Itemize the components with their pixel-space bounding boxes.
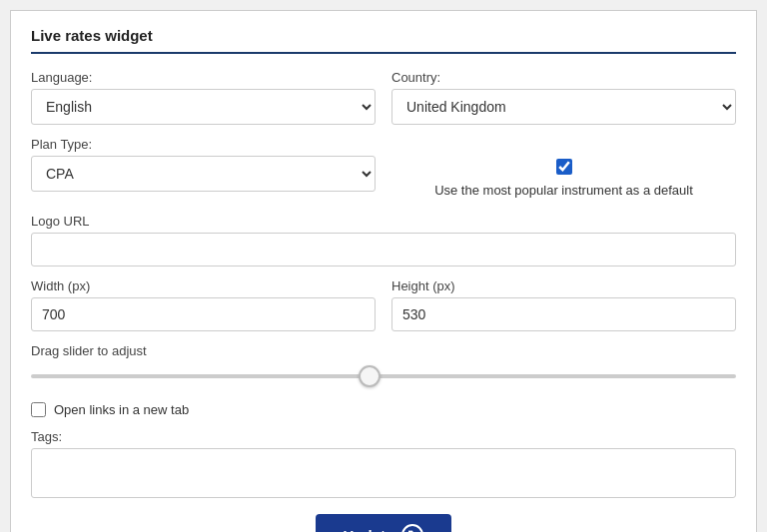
- slider-section: Drag slider to adjust: [31, 343, 736, 386]
- width-label: Width (px): [31, 278, 376, 293]
- country-field-group: Country: United Kingdom United States Ge…: [391, 70, 736, 125]
- widget-title: Live rates widget: [31, 27, 736, 54]
- update-button[interactable]: Update ↻: [316, 514, 452, 532]
- plantype-row: Plan Type: CPA CPL CPC Use the most popu…: [31, 137, 736, 202]
- logo-url-row: Logo URL: [31, 214, 736, 266]
- tags-label: Tags:: [31, 429, 736, 444]
- height-label: Height (px): [391, 278, 736, 293]
- most-popular-group: Use the most popular instrument as a def…: [391, 137, 736, 202]
- button-row: Update ↻: [31, 514, 736, 532]
- plantype-select[interactable]: CPA CPL CPC: [31, 156, 376, 192]
- slider-label: Drag slider to adjust: [31, 343, 736, 358]
- language-select[interactable]: English French German Spanish: [31, 89, 376, 125]
- width-field-group: Width (px): [31, 278, 376, 331]
- plantype-field-group: Plan Type: CPA CPL CPC: [31, 137, 376, 192]
- language-field-group: Language: English French German Spanish: [31, 70, 376, 125]
- tags-input[interactable]: [31, 448, 736, 498]
- plantype-label: Plan Type:: [31, 137, 376, 152]
- refresh-icon: ↻: [401, 524, 423, 532]
- dimensions-row: Width (px) Height (px): [31, 278, 736, 331]
- tags-section: Tags:: [31, 429, 736, 498]
- open-links-checkbox[interactable]: [31, 402, 46, 417]
- height-field-group: Height (px): [391, 278, 736, 331]
- height-input: [391, 297, 736, 331]
- language-country-row: Language: English French German Spanish …: [31, 70, 736, 125]
- country-label: Country:: [391, 70, 736, 85]
- widget-container: Live rates widget Language: English Fren…: [10, 10, 757, 532]
- open-links-label[interactable]: Open links in a new tab: [54, 402, 189, 417]
- country-select[interactable]: United Kingdom United States Germany Fra…: [391, 89, 736, 125]
- width-slider[interactable]: [31, 374, 736, 378]
- slider-wrapper: [31, 366, 736, 386]
- logo-url-input[interactable]: [31, 233, 736, 266]
- open-links-row: Open links in a new tab: [31, 402, 736, 417]
- most-popular-label[interactable]: Use the most popular instrument as a def…: [434, 183, 693, 198]
- most-popular-checkbox[interactable]: [556, 159, 572, 175]
- width-input: [31, 297, 376, 331]
- language-label: Language:: [31, 70, 376, 85]
- logo-url-label: Logo URL: [31, 214, 736, 229]
- update-button-label: Update: [344, 527, 394, 533]
